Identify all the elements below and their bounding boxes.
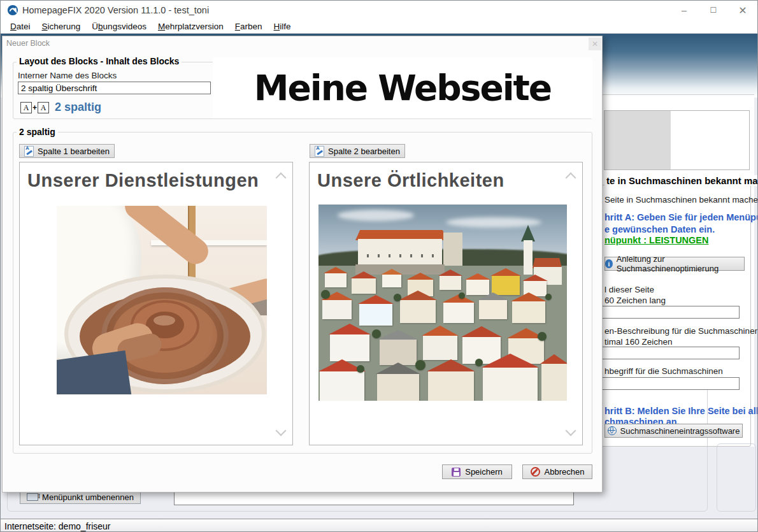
cancel-button-label: Abbrechen bbox=[545, 467, 585, 477]
house bbox=[400, 300, 436, 323]
house bbox=[440, 276, 461, 290]
house bbox=[352, 278, 376, 294]
tree bbox=[475, 359, 483, 366]
house-roof bbox=[465, 273, 490, 280]
house-roof bbox=[522, 275, 548, 281]
house bbox=[443, 303, 474, 323]
column-1-heading: Unserer Dienstleistungen bbox=[27, 170, 259, 191]
block-name-input[interactable] bbox=[18, 82, 211, 94]
seo-guide-button-label: Anleitung zur Suchmaschinenoptimierung bbox=[617, 254, 744, 273]
minimize-icon[interactable]: – bbox=[669, 1, 699, 20]
house-roof bbox=[324, 267, 348, 273]
seo-desc-label-2: timal 160 Zeichen bbox=[604, 337, 673, 347]
houses-layer bbox=[318, 205, 567, 401]
house bbox=[322, 300, 352, 319]
tree bbox=[415, 360, 425, 370]
column-a-icon: A bbox=[20, 102, 32, 113]
seo-submit-button-label: Suchmaschineneintragssoftware bbox=[620, 426, 740, 436]
menu-datei[interactable]: Datei bbox=[4, 22, 36, 31]
banner-preview-box bbox=[604, 110, 750, 170]
rename-button-label: Menüpunkt umbenennen bbox=[42, 492, 134, 502]
tree bbox=[394, 294, 401, 301]
house bbox=[325, 273, 347, 287]
seo-menu-item-link[interactable]: nüpunkt : LEISTUNGEN bbox=[604, 235, 709, 245]
house-roof bbox=[511, 292, 547, 301]
house bbox=[380, 340, 417, 365]
house-roof bbox=[490, 268, 521, 276]
menu-farben[interactable]: Farben bbox=[229, 22, 268, 31]
house-roof bbox=[482, 354, 539, 368]
edit-icon bbox=[24, 146, 34, 157]
edit-column-1-button[interactable]: Spalte 1 bearbeiten bbox=[19, 144, 115, 158]
dialog-close-icon[interactable]: ✕ bbox=[589, 38, 601, 50]
edit-column-2-button[interactable]: Spalte 2 bearbeiten bbox=[310, 144, 405, 158]
rename-icon bbox=[27, 493, 38, 501]
column-2-heading: Unsere Örtlichkeiten bbox=[317, 170, 504, 191]
save-button[interactable]: Speichern bbox=[442, 464, 512, 479]
house bbox=[377, 374, 419, 401]
scroll-down-icon[interactable] bbox=[566, 426, 576, 436]
house bbox=[479, 300, 507, 319]
banner-placeholder bbox=[604, 111, 671, 169]
columns-group-title: 2 spaltig bbox=[17, 127, 58, 137]
scroll-down-icon[interactable] bbox=[276, 426, 287, 436]
seo-title-label-1: l dieser Seite bbox=[604, 285, 654, 294]
house-roof bbox=[461, 326, 502, 337]
scroll-up-icon[interactable] bbox=[566, 173, 576, 183]
house-roof bbox=[358, 295, 394, 304]
bowl-highlight bbox=[154, 315, 175, 326]
house-roof bbox=[438, 270, 462, 276]
window-controls: – ☐ ✕ bbox=[669, 1, 757, 20]
tree bbox=[321, 290, 330, 299]
tree bbox=[459, 292, 465, 299]
seo-step-a-line1: hritt A: Geben Sie für jeden Menüpunkt bbox=[604, 212, 758, 222]
two-column-layout-icon: A + A bbox=[20, 102, 49, 113]
globe-icon bbox=[608, 426, 617, 435]
layout-group-title: Layout des Blocks - Inhalt des Blocks bbox=[17, 56, 182, 66]
cancel-button[interactable]: Abbrechen bbox=[522, 464, 592, 479]
app-logo-icon bbox=[7, 4, 18, 16]
seo-guide-button[interactable]: i Anleitung zur Suchmaschinenoptimierung bbox=[604, 257, 745, 271]
house-roof bbox=[350, 271, 377, 278]
menu-hilfe[interactable]: Hilfe bbox=[268, 22, 297, 31]
close-icon[interactable]: ✕ bbox=[728, 1, 757, 20]
menu-sicherung[interactable]: Sicherung bbox=[36, 22, 87, 31]
menu-mehrplatzversion[interactable]: Mehrplatzversion bbox=[152, 22, 229, 31]
menu-übungsvideos[interactable]: Übungsvideos bbox=[86, 22, 152, 31]
edit-column-1-label: Spalte 1 bearbeiten bbox=[38, 147, 110, 156]
site-heading: Meine Webseite bbox=[254, 68, 551, 108]
background-textbox[interactable] bbox=[174, 491, 574, 505]
house-roof bbox=[422, 326, 459, 336]
title-bar: HomepageFIX 2020 Version 11.1.0 - test_t… bbox=[1, 1, 757, 20]
scroll-up-icon[interactable] bbox=[276, 173, 287, 183]
seo-step-b-line1: hritt B: Melden Sie Ihre Seite bei allen bbox=[604, 406, 758, 416]
tree bbox=[538, 332, 547, 341]
house bbox=[541, 364, 567, 401]
house bbox=[359, 304, 392, 326]
status-bar: Internetseite: demo_friseur bbox=[1, 519, 757, 532]
seo-submit-button[interactable]: Suchmaschineneintragssoftware bbox=[604, 424, 743, 438]
maximize-icon[interactable]: ☐ bbox=[699, 1, 728, 20]
status-text: Internetseite: demo_friseur bbox=[4, 521, 111, 531]
edit-column-2-label: Spalte 2 bearbeiten bbox=[328, 147, 400, 156]
town-aerial-image bbox=[318, 205, 567, 401]
house bbox=[320, 371, 364, 401]
app-window: HomepageFIX 2020 Version 11.1.0 - test_t… bbox=[0, 0, 758, 532]
house-roof bbox=[406, 273, 434, 280]
seo-group-title: te in Suchmaschinen bekannt machen bbox=[604, 175, 758, 186]
column-1-preview: Unserer Dienstleistungen bbox=[19, 162, 293, 445]
house-roof bbox=[329, 324, 371, 334]
dialog-title: Neuer Block bbox=[6, 39, 50, 48]
bottom-right-panel-frame bbox=[717, 443, 756, 512]
house bbox=[423, 336, 457, 360]
panel-divider bbox=[603, 94, 754, 95]
house-roof bbox=[381, 269, 403, 275]
seo-title-label-2: 60 Zeichen lang bbox=[604, 296, 666, 305]
house bbox=[382, 275, 401, 287]
house bbox=[330, 334, 369, 361]
seo-step-a-line2: e gewünschen Daten ein. bbox=[604, 224, 715, 234]
menu-bar: DateiSicherungÜbungsvideosMehrplatzversi… bbox=[1, 20, 757, 34]
info-icon: i bbox=[605, 259, 613, 268]
tree bbox=[357, 365, 364, 373]
no-entry-icon bbox=[531, 467, 540, 477]
